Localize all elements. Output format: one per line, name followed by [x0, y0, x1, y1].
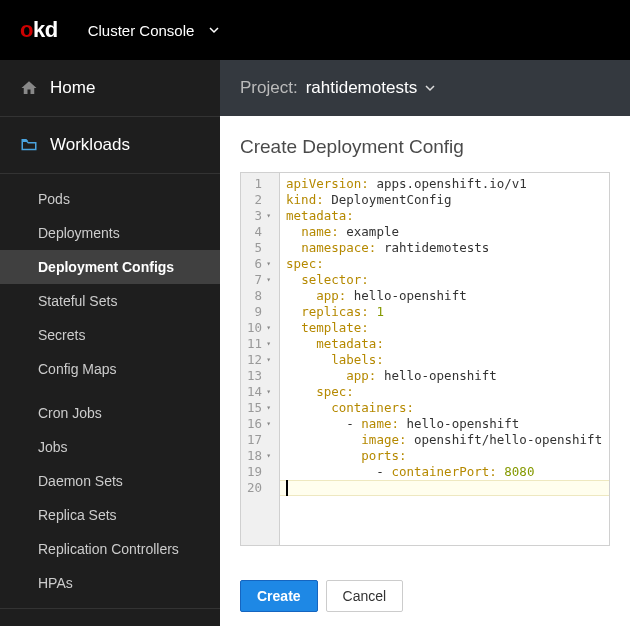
gutter-line: 8: [247, 288, 271, 304]
sidebar-item-label: Replication Controllers: [38, 541, 179, 557]
gutter-line: 9: [247, 304, 271, 320]
sidebar-item-jobs[interactable]: Jobs: [0, 430, 220, 464]
sidebar-item-label: Secrets: [38, 327, 85, 343]
code-line: kind: DeploymentConfig: [286, 192, 603, 208]
gap: [0, 386, 220, 396]
code-line: apiVersion: apps.openshift.io/v1: [286, 176, 603, 192]
code-line: containers:: [286, 400, 603, 416]
gutter-line: 1: [247, 176, 271, 192]
sidebar-item-label: HPAs: [38, 575, 73, 591]
sidebar-item-label: Pods: [38, 191, 70, 207]
sidebar-item-replication-controllers[interactable]: Replication Controllers: [0, 532, 220, 566]
actions: Create Cancel: [220, 566, 630, 626]
project-bar[interactable]: Project: rahtidemotests: [220, 60, 630, 116]
gutter-line: 4: [247, 224, 271, 240]
gutter-line: 6▾: [247, 256, 271, 272]
sidebar-item-label: Replica Sets: [38, 507, 117, 523]
layout: Home Workloads Pods Deployments Deployme…: [0, 60, 630, 626]
sidebar-item-config-maps[interactable]: Config Maps: [0, 352, 220, 386]
sidebar-item-daemon-sets[interactable]: Daemon Sets: [0, 464, 220, 498]
topbar: okd Cluster Console: [0, 0, 630, 60]
sidebar-item-deployments[interactable]: Deployments: [0, 216, 220, 250]
console-selector-label: Cluster Console: [88, 22, 195, 39]
yaml-editor[interactable]: 123▾456▾7▾8910▾11▾12▾1314▾15▾16▾1718▾192…: [240, 172, 610, 546]
fold-icon[interactable]: ▾: [264, 208, 271, 224]
code-line: [286, 480, 603, 496]
cancel-button[interactable]: Cancel: [326, 580, 404, 612]
sidebar-item-label: Jobs: [38, 439, 68, 455]
console-selector[interactable]: Cluster Console: [88, 22, 220, 39]
sidebar-item-label: Daemon Sets: [38, 473, 123, 489]
sidebar-item-home[interactable]: Home: [0, 60, 220, 117]
create-button[interactable]: Create: [240, 580, 318, 612]
code-line: app: hello-openshift: [286, 368, 603, 384]
sidebar-item-label: Deployment Configs: [38, 259, 174, 275]
gutter-line: 7▾: [247, 272, 271, 288]
chevron-down-icon: [425, 83, 435, 93]
sidebar-item-label: Cron Jobs: [38, 405, 102, 421]
code-line: metadata:: [286, 208, 603, 224]
gutter-line: 5: [247, 240, 271, 256]
main: Project: rahtidemotests Create Deploymen…: [220, 60, 630, 626]
code-line: namespace: rahtidemotests: [286, 240, 603, 256]
code-line: ports:: [286, 448, 603, 464]
sidebar-item-workloads[interactable]: Workloads: [0, 117, 220, 174]
gutter-line: 3▾: [247, 208, 271, 224]
sidebar-item-networking[interactable]: Networking: [0, 609, 220, 626]
gutter-line: 20: [247, 480, 271, 496]
sidebar-item-label: Workloads: [50, 135, 130, 155]
code-line: image: openshift/hello-openshift: [286, 432, 603, 448]
gutter-line: 10▾: [247, 320, 271, 336]
sidebar-item-hpas[interactable]: HPAs: [0, 566, 220, 600]
sidebar-item-pods[interactable]: Pods: [0, 182, 220, 216]
project-name: rahtidemotests: [306, 78, 418, 98]
gutter-line: 12▾: [247, 352, 271, 368]
fold-icon[interactable]: ▾: [264, 448, 271, 464]
gutter-line: 15▾: [247, 400, 271, 416]
logo: okd: [20, 17, 58, 43]
code-line: labels:: [286, 352, 603, 368]
sidebar-item-replica-sets[interactable]: Replica Sets: [0, 498, 220, 532]
workloads-subitems: Pods Deployments Deployment Configs Stat…: [0, 174, 220, 609]
fold-icon[interactable]: ▾: [264, 336, 271, 352]
logo-part-1: o: [20, 17, 33, 43]
code-line: template:: [286, 320, 603, 336]
fold-icon[interactable]: ▾: [264, 384, 271, 400]
fold-icon[interactable]: ▾: [264, 272, 271, 288]
sidebar-item-deployment-configs[interactable]: Deployment Configs: [0, 250, 220, 284]
gutter-line: 2: [247, 192, 271, 208]
code-line: spec:: [286, 256, 603, 272]
code-line: metadata:: [286, 336, 603, 352]
code-line: app: hello-openshift: [286, 288, 603, 304]
fold-icon[interactable]: ▾: [264, 400, 271, 416]
code-line: name: example: [286, 224, 603, 240]
gutter-line: 17: [247, 432, 271, 448]
content: Create Deployment Config 123▾456▾7▾8910▾…: [220, 116, 630, 566]
sidebar-item-label: Deployments: [38, 225, 120, 241]
code-line: selector:: [286, 272, 603, 288]
fold-icon[interactable]: ▾: [264, 320, 271, 336]
fold-icon[interactable]: ▾: [264, 416, 271, 432]
gutter-line: 16▾: [247, 416, 271, 432]
fold-icon[interactable]: ▾: [264, 256, 271, 272]
page-title: Create Deployment Config: [240, 136, 610, 158]
code-line: replicas: 1: [286, 304, 603, 320]
fold-icon[interactable]: ▾: [264, 352, 271, 368]
sidebar-item-stateful-sets[interactable]: Stateful Sets: [0, 284, 220, 318]
sidebar-item-secrets[interactable]: Secrets: [0, 318, 220, 352]
sidebar-item-label: Home: [50, 78, 95, 98]
sidebar-item-label: Config Maps: [38, 361, 117, 377]
code-line: - name: hello-openshift: [286, 416, 603, 432]
sidebar: Home Workloads Pods Deployments Deployme…: [0, 60, 220, 626]
code-line: - containerPort: 8080: [286, 464, 603, 480]
gutter-line: 18▾: [247, 448, 271, 464]
text-cursor: [286, 480, 288, 496]
gutter-line: 19: [247, 464, 271, 480]
sidebar-item-cron-jobs[interactable]: Cron Jobs: [0, 396, 220, 430]
folder-open-icon: [20, 136, 38, 154]
sidebar-item-label: Stateful Sets: [38, 293, 117, 309]
editor-code[interactable]: apiVersion: apps.openshift.io/v1kind: De…: [280, 173, 609, 545]
code-line: spec:: [286, 384, 603, 400]
chevron-down-icon: [209, 25, 219, 35]
gutter-line: 11▾: [247, 336, 271, 352]
